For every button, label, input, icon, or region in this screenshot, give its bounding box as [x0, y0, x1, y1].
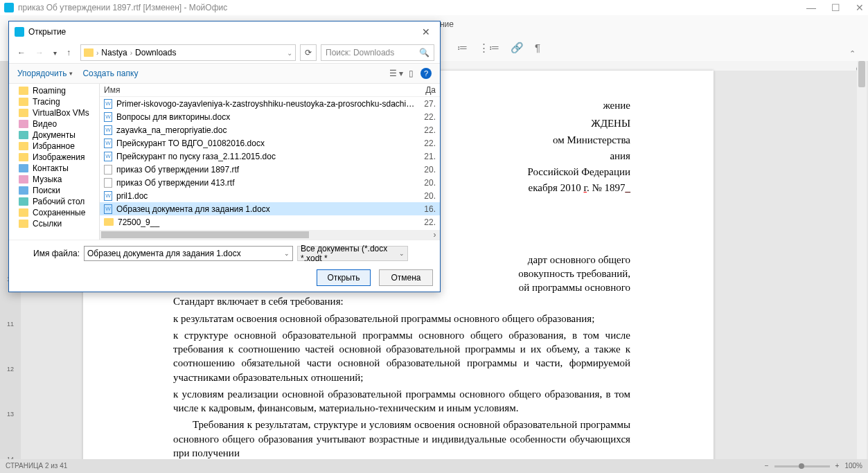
ribbon-collapse-icon[interactable]: ⌃: [849, 49, 856, 58]
chevron-down-icon: ▾: [69, 70, 73, 77]
tree-label: Контакты: [33, 163, 69, 173]
new-folder-button[interactable]: Создать папку: [82, 69, 138, 78]
doc-paragraph: к структуре основной образовательной про…: [173, 328, 630, 384]
address-bar[interactable]: › Nastya › Downloads ⌄: [80, 44, 296, 61]
view-mode-button[interactable]: ☰ ▾: [389, 69, 403, 78]
file-icon: W: [104, 191, 112, 201]
dialog-close-button[interactable]: ✕: [418, 25, 434, 39]
file-row[interactable]: WВопросы для викторины.docx22.: [100, 110, 440, 123]
file-row[interactable]: 72500_9__22.: [100, 215, 440, 229]
tree-label: Музыка: [33, 175, 62, 184]
file-list-header[interactable]: Имя Да: [100, 84, 440, 97]
bullet-list-icon[interactable]: ≔: [457, 42, 468, 54]
help-button[interactable]: ?: [420, 68, 432, 79]
scroll-right-icon[interactable]: ›: [429, 230, 440, 240]
folder-icon: [19, 175, 28, 184]
file-name: 72500_9__: [118, 217, 416, 227]
chevron-down-icon[interactable]: ⌄: [284, 250, 290, 257]
window-close-button[interactable]: ✕: [856, 0, 864, 15]
tree-item[interactable]: Избранное: [9, 141, 99, 152]
file-date: 22.: [416, 112, 436, 122]
chevron-down-icon[interactable]: ⌄: [287, 49, 292, 57]
file-row[interactable]: WПрейскурант ТО ВДГО_01082016.docx22.: [100, 136, 440, 150]
cancel-button[interactable]: Отмена: [379, 269, 433, 286]
tree-item[interactable]: Видео: [9, 118, 99, 130]
tree-item[interactable]: Контакты: [9, 163, 99, 174]
open-button[interactable]: Открыть: [317, 269, 371, 286]
zoom-in-button[interactable]: +: [835, 459, 840, 473]
file-date: 20.: [416, 191, 436, 201]
vertical-scrollbar[interactable]: [857, 61, 867, 459]
numbered-list-icon[interactable]: ⋮≔: [479, 42, 499, 54]
breadcrumb-segment[interactable]: Nastya: [101, 48, 127, 57]
filename-input[interactable]: Образец документа для задания 1.docx ⌄: [84, 246, 293, 261]
file-row[interactable]: Wpril1.doc20.: [100, 189, 440, 202]
tree-item[interactable]: VirtualBox VMs: [9, 107, 99, 118]
tree-label: Документы: [33, 130, 76, 140]
zoom-out-button[interactable]: −: [765, 459, 769, 473]
tree-item[interactable]: Изображения: [9, 152, 99, 163]
folder-icon: [19, 164, 28, 172]
filetype-combo[interactable]: Все документы (*.docx *.xodt * ⌄: [297, 246, 408, 261]
search-input[interactable]: Поиск: Downloads 🔍: [321, 44, 434, 61]
file-name: приказ Об утверждении 1897.rtf: [116, 165, 416, 175]
folder-icon: [19, 131, 28, 139]
file-row[interactable]: приказ Об утверждении 1897.rtf20.: [100, 163, 440, 176]
zoom-slider[interactable]: [774, 465, 830, 467]
file-row[interactable]: приказ Об утверждении 413.rtf20.: [100, 176, 440, 189]
file-list[interactable]: WPrimer-iskovogo-zayavleniya-k-zastroysh…: [100, 97, 440, 230]
refresh-button[interactable]: ⟳: [300, 44, 317, 61]
file-row[interactable]: WОбразец документа для задания 1.docx16.: [100, 202, 440, 215]
nav-forward-button[interactable]: →: [33, 46, 46, 59]
file-icon: [104, 178, 112, 188]
nav-history-button[interactable]: ▾: [51, 48, 60, 58]
tree-item[interactable]: Поиски: [9, 185, 99, 196]
file-date: 20.: [416, 165, 436, 175]
window-minimize-button[interactable]: —: [806, 0, 816, 15]
paragraph-icon[interactable]: ¶: [535, 42, 540, 54]
scrollbar-thumb[interactable]: [858, 61, 865, 87]
folder-icon: [19, 142, 28, 150]
file-date: 22.: [416, 139, 436, 148]
search-icon: 🔍: [419, 48, 429, 57]
horizontal-scrollbar[interactable]: ›: [100, 230, 440, 240]
file-name: Primer-iskovogo-zayavleniya-k-zastroyshh…: [116, 99, 416, 109]
organize-button[interactable]: Упорядочить ▾: [17, 69, 73, 78]
tree-item[interactable]: Ссылки: [9, 218, 99, 229]
folder-tree[interactable]: RoamingTracingVirtualBox VMsВидеоДокумен…: [9, 84, 100, 240]
tree-item[interactable]: Музыка: [9, 174, 99, 185]
col-date[interactable]: Да: [416, 85, 436, 95]
col-name[interactable]: Имя: [104, 85, 416, 95]
folder-icon: [104, 218, 114, 226]
file-icon: W: [104, 125, 112, 135]
breadcrumb-segment[interactable]: Downloads: [135, 48, 176, 57]
gutter-number: 11: [0, 321, 21, 328]
tree-item[interactable]: Документы: [9, 130, 99, 141]
file-row[interactable]: WПрейскурант по пуску газа_2.11.2015.doc…: [100, 150, 440, 163]
file-row[interactable]: Wzayavka_na_meropriyatie.doc22.: [100, 123, 440, 136]
file-icon: W: [104, 112, 112, 122]
app-title: приказ Об утверждении 1897.rtf [Изменен]…: [18, 0, 227, 15]
nav-back-button[interactable]: ←: [15, 46, 28, 59]
link-icon[interactable]: 🔗: [511, 42, 524, 54]
tree-item[interactable]: Рабочий стол: [9, 196, 99, 207]
nav-up-button[interactable]: ↑: [64, 46, 73, 59]
tree-item[interactable]: Tracing: [9, 96, 99, 107]
tree-label: Видео: [33, 119, 57, 129]
tree-label: Ссылки: [33, 219, 62, 229]
tree-item[interactable]: Сохраненные: [9, 207, 99, 218]
doc-paragraph: Стандарт включает в себя требования:: [173, 294, 630, 308]
scrollbar-thumb[interactable]: [101, 231, 309, 238]
tree-item[interactable]: Roaming: [9, 85, 99, 96]
tree-label: Рабочий стол: [33, 197, 85, 206]
file-row[interactable]: WPrimer-iskovogo-zayavleniya-k-zastroysh…: [100, 97, 440, 110]
tree-label: Сохраненные: [33, 208, 85, 217]
window-maximize-button[interactable]: ☐: [831, 0, 840, 15]
file-date: 16.: [416, 204, 436, 214]
tree-label: Изображения: [33, 152, 85, 162]
crumb-sep-icon: ›: [96, 49, 98, 57]
open-file-dialog: Открытие ✕ ← → ▾ ↑ › Nastya › Downloads …: [8, 21, 441, 292]
gutter-number: 12: [0, 366, 21, 373]
tree-label: Roaming: [33, 86, 66, 96]
preview-pane-button[interactable]: ▯: [409, 69, 414, 78]
